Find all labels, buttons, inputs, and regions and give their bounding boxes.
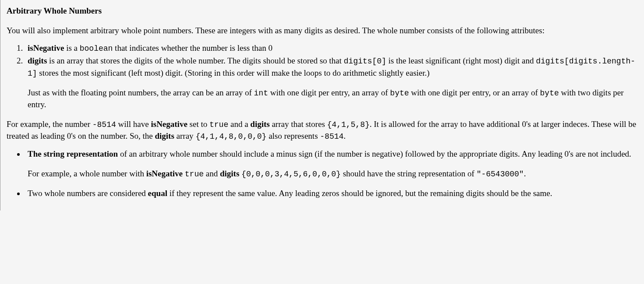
code-inline: byte [540,89,559,98]
bold-text: digits [28,56,47,65]
text: of an arbitrary whole number should incl… [118,149,631,158]
text: array that stores [270,119,327,129]
text: is an array that stores the digits of th… [47,56,343,65]
code-inline: -8514 [92,120,116,129]
text: will have [116,119,151,129]
text: that indicates whether the number is les… [113,43,272,53]
text: should have the string representation of [341,169,477,178]
text: stores the most significant (left most) … [37,68,430,77]
text: . [343,131,346,140]
attribute-item-isnegative: isNegative is a boolean that indicates w… [25,42,638,54]
attribute-item-digits: digits is an array that stores the digit… [25,55,638,110]
bold-text: digits [155,131,174,140]
text: set to [188,119,209,129]
text: also represents [266,131,320,140]
code-inline: {0,0,0,3,4,5,6,0,0,0} [241,170,341,179]
bold-text: digits [250,119,269,129]
text: For example, a whole number with [28,169,146,178]
bold-text: The string representation [28,149,118,158]
text: with one digit per entry, or an array of [409,88,540,97]
rule-item-equality: Two whole numbers are considered equal i… [25,188,638,200]
code-inline: "-6543000" [477,170,524,179]
sub-paragraph: For example, a whole number with isNegat… [28,168,638,180]
text: Two whole numbers are considered [28,189,148,198]
rules-list: The string representation of an arbitrar… [25,148,638,199]
code-inline: true [185,170,204,179]
text: . [524,169,526,178]
code-inline: int [254,89,268,98]
rule-item-string-representation: The string representation of an arbitrar… [25,148,638,180]
text: and [204,169,220,178]
text: and a [228,119,250,129]
sub-paragraph: Just as with the floating point numbers,… [28,87,638,111]
text: array [174,131,196,140]
bold-text: isNegative [28,43,64,53]
example-paragraph: For example, the number -8514 will have … [7,119,638,142]
bold-text: digits [220,169,239,178]
section-heading: Arbitrary Whole Numbers [7,5,638,17]
code-inline: -8514 [320,132,343,141]
intro-paragraph: You will also implement arbitrary whole … [7,25,638,37]
text: with one digit per entry, an array of [268,88,390,97]
attributes-list: isNegative is a boolean that indicates w… [25,42,638,110]
text: For example, the number [7,119,92,129]
text: if they represent the same value. Any le… [167,189,552,198]
bold-text: isNegative [151,119,187,129]
text: is the least significant (right most) di… [386,56,536,65]
text: is a [64,43,79,53]
code-inline: true [209,120,228,129]
text: Just as with the floating point numbers,… [28,88,254,97]
code-inline: {4,1,4,8,0,0,0} [195,132,266,141]
bold-text: equal [148,189,167,198]
code-inline: boolean [80,44,113,53]
code-inline: {4,1,5,8} [327,120,370,129]
bold-text: isNegative [146,169,183,178]
code-inline: byte [390,89,409,98]
code-inline: digits[0] [344,57,386,66]
